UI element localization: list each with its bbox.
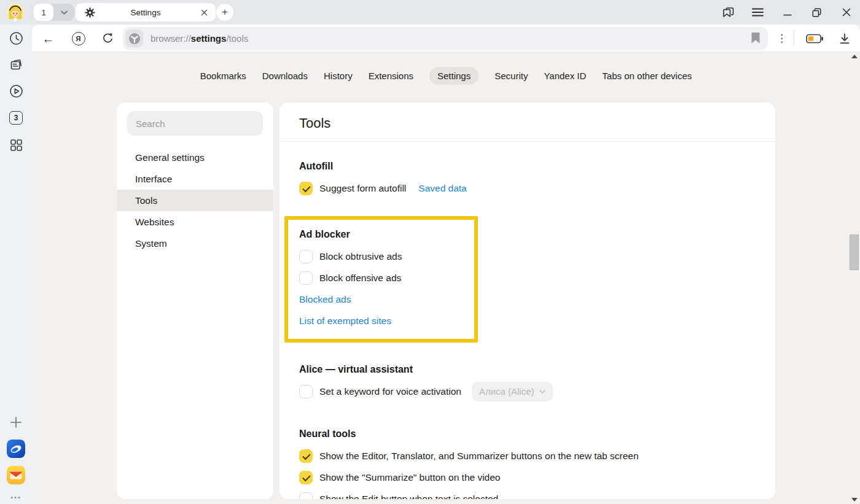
suggest-form-autofill-checkbox[interactable] bbox=[299, 182, 313, 195]
settings-content-card: Tools Autofill Suggest form autofill Sav… bbox=[280, 103, 775, 499]
section-ad-blocker-highlighted: Ad blocker Block obtrusive ads Block off… bbox=[284, 216, 478, 343]
autofill-heading: Autofill bbox=[299, 160, 756, 173]
neural-row-edit-button: Show the Edit button when text is select… bbox=[299, 488, 756, 499]
voice-activation-label: Set a keyword for voice activation bbox=[319, 386, 461, 397]
nav-tab-history[interactable]: History bbox=[324, 67, 353, 85]
side-rail: 3 bbox=[0, 25, 32, 504]
page-title: Tools bbox=[299, 103, 756, 131]
block-offensive-ads-checkbox[interactable] bbox=[299, 271, 313, 285]
add-panel-icon[interactable] bbox=[0, 412, 32, 433]
browser-app-icon[interactable] bbox=[0, 438, 32, 459]
panels-icon[interactable] bbox=[722, 6, 735, 19]
nav-tab-settings[interactable]: Settings bbox=[429, 67, 479, 85]
alice-keyword-row: Set a keyword for voice activation Алиса… bbox=[299, 381, 756, 402]
scroll-down-arrow[interactable] bbox=[851, 498, 858, 502]
neural-row-newtab-buttons: Show the Editor, Translator, and Summari… bbox=[299, 445, 756, 467]
edit-button-label: Show the Edit button when text is select… bbox=[319, 494, 498, 500]
section-neural-tools: Neural tools Show the Editor, Translator… bbox=[299, 428, 756, 499]
video-play-icon[interactable] bbox=[0, 80, 32, 101]
summarize-video-checkbox[interactable] bbox=[299, 471, 313, 484]
edit-button-checkbox[interactable] bbox=[299, 492, 313, 500]
window-controls bbox=[722, 0, 853, 25]
block-obtrusive-ads-checkbox[interactable] bbox=[299, 250, 313, 263]
tabs-count-button[interactable]: 3 bbox=[0, 107, 32, 128]
apps-grid-icon[interactable] bbox=[0, 134, 32, 155]
nav-tab-downloads[interactable]: Downloads bbox=[262, 67, 308, 85]
nav-tab-extensions[interactable]: Extensions bbox=[369, 67, 413, 85]
scroll-up-arrow[interactable] bbox=[851, 55, 858, 58]
plus-icon: + bbox=[222, 6, 228, 18]
sidebar-item-websites[interactable]: Websites bbox=[117, 211, 273, 233]
settings-sections-list: General settings Interface Tools Website… bbox=[117, 147, 273, 254]
tab-group[interactable]: 1 bbox=[34, 4, 74, 21]
tab-group-count[interactable]: 1 bbox=[34, 4, 53, 21]
url-host: settings bbox=[191, 33, 227, 44]
suggest-form-autofill-label: Suggest form autofill bbox=[319, 183, 406, 194]
minimize-icon[interactable] bbox=[781, 6, 794, 19]
close-icon[interactable] bbox=[840, 6, 853, 19]
reload-icon[interactable] bbox=[100, 31, 115, 46]
downloads-icon[interactable] bbox=[837, 31, 852, 46]
keyword-dropdown[interactable]: Алиса (Alice) bbox=[472, 382, 553, 401]
section-autofill: Autofill Suggest form autofill Saved dat… bbox=[299, 160, 756, 199]
sidebar-item-system[interactable]: System bbox=[117, 233, 273, 254]
bookmark-flag-icon[interactable] bbox=[751, 32, 760, 44]
mail-app-icon[interactable] bbox=[0, 465, 32, 486]
yandex-home-icon[interactable]: Я bbox=[71, 31, 86, 46]
block-obtrusive-row: Block obtrusive ads bbox=[299, 246, 463, 267]
editor-translator-summarizer-checkbox[interactable] bbox=[299, 449, 313, 463]
editor-translator-summarizer-label: Show the Editor, Translator, and Summari… bbox=[319, 451, 639, 462]
nav-tab-yandex-id[interactable]: Yandex ID bbox=[544, 67, 586, 85]
blocked-ads-link[interactable]: Blocked ads bbox=[299, 294, 351, 305]
alice-heading: Alice — virtual assistant bbox=[299, 363, 756, 376]
new-tab-button[interactable]: + bbox=[216, 4, 233, 21]
saved-data-link[interactable]: Saved data bbox=[418, 183, 466, 194]
search-input[interactable] bbox=[127, 118, 263, 129]
url-path: /tools bbox=[226, 33, 248, 44]
keyword-dropdown-value: Алиса (Alice) bbox=[479, 386, 534, 397]
sidebar-item-interface[interactable]: Interface bbox=[117, 168, 273, 190]
settings-search[interactable] bbox=[127, 111, 263, 136]
url-scheme: browser:// bbox=[150, 33, 191, 44]
ad-blocker-heading: Ad blocker bbox=[299, 228, 463, 241]
browser-menu-dots-icon[interactable]: ⋮ bbox=[774, 31, 789, 46]
voice-activation-checkbox[interactable] bbox=[299, 385, 313, 398]
settings-nav-tabs: Bookmarks Downloads History Extensions S… bbox=[32, 67, 860, 85]
autofill-row: Suggest form autofill Saved data bbox=[299, 177, 756, 199]
profile-avatar[interactable] bbox=[6, 3, 25, 21]
menu-hamburger-icon[interactable] bbox=[751, 6, 764, 19]
nav-tab-security[interactable]: Security bbox=[495, 67, 528, 85]
exempted-sites-row: List of exempted sites bbox=[299, 310, 463, 331]
settings-page: Bookmarks Downloads History Extensions S… bbox=[32, 52, 860, 504]
tab-close-icon[interactable] bbox=[198, 7, 209, 18]
back-icon[interactable]: ← bbox=[41, 31, 56, 46]
rail-tab-count: 3 bbox=[9, 111, 23, 125]
nav-tab-bookmarks[interactable]: Bookmarks bbox=[200, 67, 246, 85]
section-alice: Alice — virtual assistant Set a keyword … bbox=[299, 363, 756, 402]
feed-pages-icon[interactable] bbox=[0, 54, 32, 75]
history-clock-icon[interactable] bbox=[0, 28, 32, 48]
title-divider bbox=[280, 141, 775, 142]
address-bar[interactable]: browser://settings/tools bbox=[123, 27, 768, 50]
chevron-down-icon bbox=[539, 390, 545, 394]
active-tab[interactable]: Settings bbox=[76, 3, 216, 21]
alice-avatar-icon bbox=[6, 3, 25, 21]
exempted-sites-link[interactable]: List of exempted sites bbox=[299, 316, 391, 327]
tab-bar: 1 Settings bbox=[0, 0, 860, 25]
active-tab-title: Settings bbox=[76, 8, 216, 17]
toolbar-divider bbox=[794, 31, 794, 46]
battery-icon[interactable] bbox=[805, 31, 824, 46]
tab-group-chevron-icon[interactable] bbox=[53, 10, 74, 15]
toolbar: ← Я browser://settings/tools ⋮ bbox=[32, 25, 860, 52]
neural-row-summarize-video: Show the "Summarize" button on the video bbox=[299, 467, 756, 488]
restore-icon[interactable] bbox=[810, 6, 823, 19]
sidebar-item-tools[interactable]: Tools bbox=[117, 190, 273, 211]
protect-shield-icon[interactable] bbox=[125, 29, 143, 47]
sidebar-item-general-settings[interactable]: General settings bbox=[117, 147, 273, 168]
nav-tab-other-devices[interactable]: Tabs on other devices bbox=[602, 67, 692, 85]
blocked-ads-row: Blocked ads bbox=[299, 289, 463, 310]
scrollbar-thumb[interactable] bbox=[850, 235, 859, 270]
summarize-video-label: Show the "Summarize" button on the video bbox=[319, 472, 500, 483]
rail-more-icon[interactable]: ••• bbox=[0, 487, 32, 504]
block-obtrusive-ads-label: Block obtrusive ads bbox=[319, 251, 402, 262]
